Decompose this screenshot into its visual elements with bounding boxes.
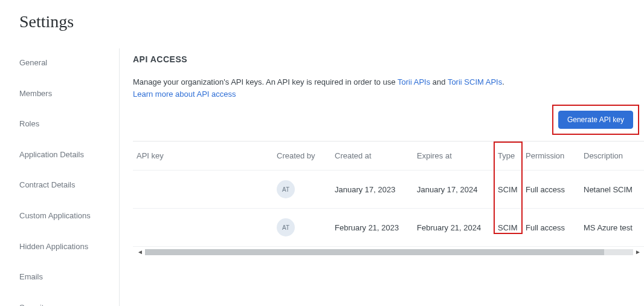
cell-created-at: February 21, 2023: [330, 209, 412, 247]
cell-permission: Full access: [521, 171, 579, 209]
sidebar-item-hidden-applications[interactable]: Hidden Applications: [0, 236, 119, 258]
scroll-thumb[interactable]: [145, 249, 604, 255]
avatar: AT: [277, 218, 295, 236]
sidebar-item-roles[interactable]: Roles: [0, 113, 119, 135]
scroll-left-icon[interactable]: ◄: [135, 249, 145, 255]
col-header-created-by: Created by: [272, 142, 330, 171]
cell-created-by: AT: [272, 171, 330, 209]
cell-expires-at: January 17, 2024: [412, 171, 493, 209]
cell-created-at: January 17, 2023: [330, 171, 412, 209]
api-keys-table: API key Created by Created at Expires at…: [133, 142, 644, 247]
cell-created-by: AT: [272, 209, 330, 247]
cell-permission: Full access: [521, 209, 579, 247]
col-header-permission: Permission: [521, 142, 579, 171]
col-header-created-at: Created at: [330, 142, 412, 171]
intro-text-part3: .: [502, 77, 504, 86]
col-header-type: Type: [493, 142, 521, 171]
cell-expires-at: February 21, 2024: [412, 209, 493, 247]
main-content: API ACCESS Manage your organization's AP…: [120, 48, 644, 256]
section-intro: Manage your organization's API keys. An …: [133, 76, 644, 100]
intro-text-part1: Manage your organization's API keys. An …: [133, 77, 398, 86]
sidebar-item-custom-applications[interactable]: Custom Applications: [0, 205, 119, 227]
section-title: API ACCESS: [133, 48, 644, 64]
col-header-api-key: API key: [133, 142, 272, 171]
sidebar-item-members[interactable]: Members: [0, 83, 119, 105]
api-keys-table-wrapper: API key Created by Created at Expires at…: [133, 141, 644, 256]
cell-api-key: [133, 171, 272, 209]
sidebar-item-general[interactable]: General: [0, 52, 119, 74]
avatar: AT: [277, 180, 295, 198]
sidebar-item-security[interactable]: Security: [0, 297, 119, 306]
table-row: AT February 21, 2023 February 21, 2024 S…: [133, 209, 644, 247]
scroll-track[interactable]: [145, 249, 633, 255]
col-header-description: Description: [579, 142, 644, 171]
table-row: AT January 17, 2023 January 17, 2024 SCI…: [133, 171, 644, 209]
sidebar-item-application-details[interactable]: Application Details: [0, 144, 119, 166]
generate-api-key-button[interactable]: Generate API key: [558, 111, 633, 129]
highlight-generate-button: Generate API key: [552, 105, 639, 135]
page-title: Settings: [0, 0, 644, 48]
cell-description: MS Azure test: [579, 209, 644, 247]
link-torii-apis[interactable]: Torii APIs: [398, 77, 430, 86]
intro-text-part2: and: [430, 77, 448, 86]
sidebar-item-contract-details[interactable]: Contract Details: [0, 174, 119, 196]
link-learn-more[interactable]: Learn more about API access: [133, 90, 236, 99]
cell-api-key: [133, 209, 272, 247]
cell-type: SCIM: [493, 209, 521, 247]
col-header-expires-at: Expires at: [412, 142, 493, 171]
link-torii-scim-apis[interactable]: Torii SCIM APIs: [448, 77, 502, 86]
settings-sidebar: General Members Roles Application Detail…: [0, 48, 120, 306]
sidebar-item-emails[interactable]: Emails: [0, 266, 119, 288]
cell-description: Netanel SCIM: [579, 171, 644, 209]
cell-type: SCIM: [493, 171, 521, 209]
horizontal-scrollbar[interactable]: ◄ ►: [133, 248, 644, 256]
scroll-right-icon[interactable]: ►: [633, 249, 643, 255]
